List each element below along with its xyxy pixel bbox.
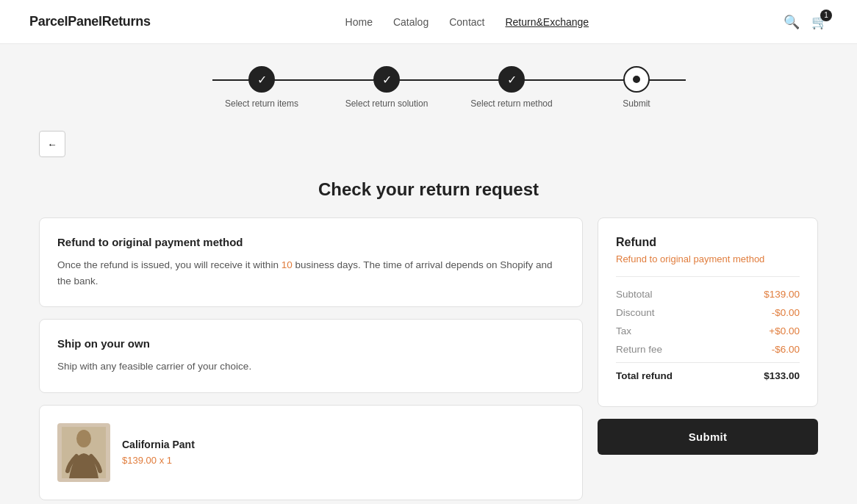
page-title: Check your return request: [39, 179, 818, 200]
refund-description: Once the refund is issued, you will rece…: [57, 257, 564, 289]
step-2-label: Select return solution: [345, 98, 428, 109]
product-image-svg: [62, 427, 106, 478]
step-3: ✓ Select return method: [449, 66, 574, 109]
right-column: Refund Refund to original payment method…: [598, 217, 818, 455]
checkmark-icon-3: ✓: [507, 73, 517, 87]
progress-section: ← ✓ Select return items ✓ Select return …: [39, 66, 818, 157]
content-layout: Refund to original payment method Once t…: [39, 217, 818, 504]
step-3-circle: ✓: [498, 66, 525, 93]
price-value: $139.00: [122, 455, 157, 466]
refund-days-highlight: 10: [282, 259, 293, 270]
nav-return-exchange[interactable]: Return&Exchange: [505, 16, 589, 28]
cart-badge: 1: [820, 10, 832, 21]
main-nav: Home Catalog Contact Return&Exchange: [345, 16, 589, 28]
back-arrow-icon: ←: [47, 139, 57, 150]
submit-button[interactable]: Submit: [598, 419, 818, 455]
summary-return-fee-row: Return fee -$6.00: [616, 344, 800, 355]
product-price: $139.00 x 1: [122, 455, 195, 466]
summary-discount-row: Discount -$0.00: [616, 307, 800, 318]
shipping-card: Ship on your own Ship with any feasible …: [39, 319, 583, 393]
summary-title: Refund: [616, 236, 800, 249]
nav-home[interactable]: Home: [345, 16, 373, 28]
svg-point-1: [76, 430, 91, 447]
step-1-circle: ✓: [248, 66, 275, 93]
total-label: Total refund: [616, 370, 673, 381]
discount-value: -$0.00: [772, 307, 800, 318]
tax-value: +$0.00: [769, 325, 800, 336]
step-2: ✓ Select return solution: [324, 66, 449, 109]
product-image: [57, 423, 110, 482]
step-3-label: Select return method: [470, 98, 552, 109]
search-icon[interactable]: 🔍: [784, 14, 800, 30]
price-quantity: 1: [167, 455, 172, 466]
progress-bar: ✓ Select return items ✓ Select return so…: [80, 66, 818, 115]
summary-method: Refund to original payment method: [616, 253, 800, 277]
step-1-label: Select return items: [225, 98, 298, 109]
product-details: California Pant $139.00 x 1: [57, 423, 564, 482]
refund-method-card: Refund to original payment method Once t…: [39, 217, 583, 307]
tax-label: Tax: [616, 325, 631, 336]
back-button[interactable]: ←: [39, 131, 65, 157]
left-column: Refund to original payment method Once t…: [39, 217, 583, 504]
nav-catalog[interactable]: Catalog: [393, 16, 428, 28]
header-icons: 🔍 🛒 1: [784, 14, 828, 30]
shipping-title: Ship on your own: [57, 337, 564, 350]
cart-icon-wrapper[interactable]: 🛒 1: [811, 14, 828, 30]
nav-contact[interactable]: Contact: [449, 16, 484, 28]
price-separator: x: [159, 455, 165, 466]
shipping-description: Ship with any feasible carrier of your c…: [57, 359, 564, 375]
summary-card: Refund Refund to original payment method…: [598, 217, 818, 407]
product-info: California Pant $139.00 x 1: [122, 439, 195, 466]
header: ParcelPanelReturns Home Catalog Contact …: [0, 0, 857, 44]
discount-label: Discount: [616, 307, 655, 318]
subtotal-value: $139.00: [764, 289, 800, 300]
summary-total-row: Total refund $133.00: [616, 362, 800, 381]
total-value: $133.00: [764, 370, 800, 381]
refund-desc-before: Once the refund is issued, you will rece…: [57, 259, 282, 270]
step-4: Submit: [574, 66, 699, 109]
progress-steps: ✓ Select return items ✓ Select return so…: [199, 66, 699, 109]
step-2-circle: ✓: [373, 66, 400, 93]
main-content: ← ✓ Select return items ✓ Select return …: [24, 44, 833, 504]
summary-tax-row: Tax +$0.00: [616, 325, 800, 336]
subtotal-label: Subtotal: [616, 289, 653, 300]
return-fee-label: Return fee: [616, 344, 662, 355]
product-card: California Pant $139.00 x 1: [39, 405, 583, 500]
step-4-label: Submit: [623, 98, 650, 109]
step-4-circle: [623, 66, 650, 93]
checkmark-icon-1: ✓: [257, 73, 267, 87]
refund-title: Refund to original payment method: [57, 236, 564, 248]
summary-subtotal-row: Subtotal $139.00: [616, 289, 800, 300]
step-1: ✓ Select return items: [199, 66, 324, 109]
logo: ParcelPanelReturns: [29, 14, 151, 29]
return-fee-value: -$6.00: [772, 344, 800, 355]
checkmark-icon-2: ✓: [382, 73, 392, 87]
product-name: California Pant: [122, 439, 195, 450]
